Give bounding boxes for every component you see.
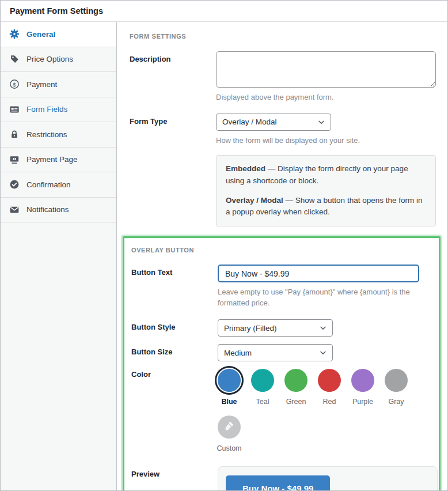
color-swatch-purple-circle[interactable] — [351, 369, 374, 392]
color-label: Color — [131, 369, 218, 452]
sidebar-item-label: Payment — [26, 80, 57, 89]
color-swatch-blue-circle[interactable] — [218, 369, 241, 392]
settings-main-panel: FORM SETTINGS Description Displayed abov… — [117, 22, 447, 490]
chevron-down-icon — [317, 118, 325, 126]
sidebar-item-label: Confirmation — [26, 180, 71, 189]
form-type-label: Form Type — [130, 114, 216, 227]
infobox-embedded-item: Embedded — Display the form directly on … — [226, 163, 426, 187]
form-fields-icon — [9, 104, 20, 115]
color-swatch-label: Red — [323, 398, 336, 406]
button-size-select[interactable]: Medium — [218, 344, 333, 361]
chevron-down-icon — [319, 324, 327, 332]
payment-page-icon — [9, 154, 20, 165]
button-size-label: Button Size — [131, 344, 218, 361]
description-label: Description — [130, 51, 216, 103]
chevron-down-icon — [319, 349, 327, 357]
color-swatch-red: Red — [318, 369, 341, 406]
gear-icon — [9, 29, 20, 39]
dollar-icon: $ — [9, 79, 20, 89]
form-type-select[interactable]: Overlay / Modal — [216, 114, 331, 131]
button-size-field: Button Size Medium — [131, 344, 434, 361]
lock-icon — [9, 129, 20, 139]
window-title: Payment Form Settings — [10, 6, 103, 16]
button-style-label: Button Style — [131, 319, 218, 337]
overlay-button-heading: OVERLAY BUTTON — [131, 247, 434, 254]
color-swatch-row: Blue Teal Green — [218, 369, 434, 406]
sidebar-item-payment-page[interactable]: Payment Page — [1, 148, 116, 173]
custom-swatch-row: Custom — [218, 416, 434, 452]
color-swatch-green-circle[interactable] — [284, 369, 307, 392]
window-body: General Price Options $ Payment Form Fie… — [1, 22, 447, 490]
settings-sidebar: General Price Options $ Payment Form Fie… — [1, 22, 117, 490]
sidebar-item-form-fields[interactable]: Form Fields — [1, 97, 116, 123]
form-type-selected-value: Overlay / Modal — [222, 118, 277, 126]
overlay-button-section: OVERLAY BUTTON Button Text Leave empty t… — [123, 236, 441, 490]
color-swatch-green: Green — [284, 369, 307, 406]
sidebar-item-label: Notifications — [26, 205, 69, 214]
button-text-help: Leave empty to use "Pay {amount}" where … — [218, 287, 434, 309]
button-style-selected-value: Primary (Filled) — [224, 324, 277, 333]
color-swatch-red-circle[interactable] — [318, 369, 341, 392]
color-swatch-purple: Purple — [351, 369, 374, 406]
description-textarea[interactable] — [216, 51, 436, 88]
form-type-help: How the form will be displayed on your s… — [216, 135, 434, 146]
sidebar-item-notifications[interactable]: Notifications — [1, 198, 116, 223]
button-size-selected-value: Medium — [224, 349, 252, 357]
sidebar-item-confirmation[interactable]: Confirmation — [1, 172, 116, 198]
custom-color-swatch-circle[interactable] — [218, 416, 241, 439]
infobox-overlay-term: Overlay / Modal — [226, 196, 283, 205]
description-help: Displayed above the payment form. — [216, 92, 434, 103]
svg-text:$: $ — [13, 81, 16, 88]
tag-icon — [9, 54, 20, 65]
sidebar-item-restrictions[interactable]: Restrictions — [1, 122, 116, 148]
form-settings-heading: FORM SETTINGS — [130, 33, 436, 40]
color-swatch-teal-circle[interactable] — [251, 369, 274, 392]
color-field: Color Blue Teal — [131, 369, 434, 452]
sidebar-item-label: Form Fields — [26, 105, 67, 114]
sidebar-item-label: Restrictions — [26, 130, 67, 139]
window-header: Payment Form Settings — [1, 1, 447, 22]
sidebar-item-label: Payment Page — [26, 155, 78, 164]
button-preview-box: Buy Now - $49.99 — [218, 466, 438, 490]
color-swatch-label: Purple — [352, 398, 373, 406]
form-type-infobox: Embedded — Display the form directly on … — [216, 155, 436, 227]
preview-label: Preview — [131, 466, 218, 490]
color-swatch-blue: Blue — [218, 369, 241, 406]
sidebar-item-label: General — [26, 30, 55, 39]
color-swatch-custom: Custom — [218, 416, 241, 452]
infobox-overlay-item: Overlay / Modal — Show a button that ope… — [226, 195, 426, 219]
button-text-input[interactable] — [218, 265, 419, 282]
form-type-field: Form Type Overlay / Modal How the form w… — [130, 114, 436, 227]
color-swatch-label: Green — [286, 398, 306, 406]
check-circle-icon — [9, 179, 20, 190]
color-swatch-teal: Teal — [251, 369, 274, 406]
button-text-field: Button Text Leave empty to use "Pay {amo… — [131, 265, 434, 309]
envelope-icon — [9, 205, 20, 215]
color-swatch-label: Teal — [256, 398, 269, 406]
sidebar-item-general[interactable]: General — [1, 22, 116, 47]
preview-field: Preview Buy Now - $49.99 — [131, 466, 434, 490]
sidebar-item-price-options[interactable]: Price Options — [1, 47, 116, 73]
color-swatch-label: Custom — [217, 444, 241, 452]
button-style-field: Button Style Primary (Filled) — [131, 319, 434, 337]
eyedropper-icon — [223, 420, 235, 434]
button-text-label: Button Text — [131, 265, 218, 309]
button-style-select[interactable]: Primary (Filled) — [218, 319, 333, 337]
preview-buy-now-button[interactable]: Buy Now - $49.99 — [226, 475, 330, 490]
color-swatch-gray-circle[interactable] — [385, 369, 408, 392]
color-swatch-label: Gray — [388, 398, 404, 406]
payment-form-settings-window: Payment Form Settings General Price Opti… — [0, 0, 448, 491]
infobox-embedded-term: Embedded — [226, 164, 265, 173]
color-swatch-label: Blue — [221, 398, 237, 406]
sidebar-item-payment[interactable]: $ Payment — [1, 72, 116, 97]
description-field: Description Displayed above the payment … — [130, 51, 436, 103]
sidebar-item-label: Price Options — [26, 55, 73, 63]
color-swatch-gray: Gray — [385, 369, 408, 406]
